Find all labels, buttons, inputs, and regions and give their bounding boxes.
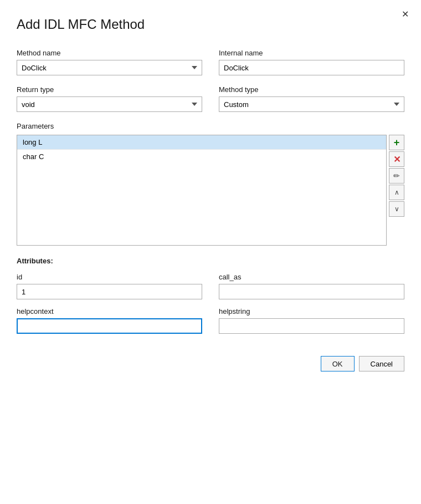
internal-name-label: Internal name [219,49,404,57]
call-as-input[interactable] [219,284,404,299]
edit-icon: ✏ [393,171,400,180]
parameters-section: Parameters long L char C + ✕ ✏ ∧ [17,122,404,246]
method-row: Method name DoClick OnClick Execute Inte… [17,49,404,75]
type-row: Return type void int bool HRESULT Method… [17,85,404,112]
method-type-group: Method type Custom Standard Property Get… [219,85,404,112]
dialog: ✕ Add IDL MFC Method Method name DoClick… [0,0,421,504]
id-input[interactable] [17,284,202,299]
add-parameter-button[interactable]: + [389,135,404,150]
internal-name-input[interactable] [219,60,404,75]
id-group: id [17,273,202,299]
dialog-title: Add IDL MFC Method [17,17,404,32]
parameters-list[interactable]: long L char C [17,135,387,246]
helpcontext-group: helpcontext [17,307,202,334]
dialog-footer: OK Cancel [17,356,404,371]
move-up-button[interactable]: ∧ [389,185,404,200]
method-type-label: Method type [219,85,404,94]
parameters-label: Parameters [17,122,404,130]
list-item[interactable]: long L [17,135,386,150]
attributes-row-2: helpcontext helpstring [17,307,404,334]
method-type-select[interactable]: Custom Standard Property Get Property Pu… [219,96,404,112]
helpstring-input[interactable] [219,318,404,334]
method-name-label: Method name [17,49,202,57]
helpcontext-label: helpcontext [17,307,202,315]
method-name-group: Method name DoClick OnClick Execute [17,49,202,75]
method-name-select[interactable]: DoClick OnClick Execute [17,60,202,75]
move-down-button[interactable]: ∨ [389,201,404,217]
ok-button[interactable]: OK [321,356,355,371]
id-label: id [17,273,202,281]
call-as-label: call_as [219,273,404,281]
internal-name-group: Internal name [219,49,404,75]
helpstring-group: helpstring [219,307,404,334]
edit-parameter-button[interactable]: ✏ [389,168,404,184]
list-item[interactable]: char C [17,150,386,164]
helpstring-label: helpstring [219,307,404,315]
plus-icon: + [394,137,400,149]
attributes-row-1: id call_as [17,273,404,299]
chevron-up-icon: ∧ [394,189,399,196]
return-type-label: Return type [17,85,202,94]
parameters-container: long L char C + ✕ ✏ ∧ ∨ [17,135,404,246]
attributes-section: Attributes: id call_as helpcontext helps… [17,257,404,334]
call-as-group: call_as [219,273,404,299]
remove-icon: ✕ [393,154,401,165]
return-type-group: Return type void int bool HRESULT [17,85,202,112]
close-button[interactable]: ✕ [398,8,412,21]
attributes-label: Attributes: [17,257,404,265]
helpcontext-input[interactable] [17,318,202,334]
chevron-down-icon: ∨ [394,205,399,213]
return-type-select[interactable]: void int bool HRESULT [17,96,202,112]
parameter-buttons: + ✕ ✏ ∧ ∨ [389,135,404,246]
remove-parameter-button[interactable]: ✕ [389,151,404,167]
cancel-button[interactable]: Cancel [359,356,404,371]
